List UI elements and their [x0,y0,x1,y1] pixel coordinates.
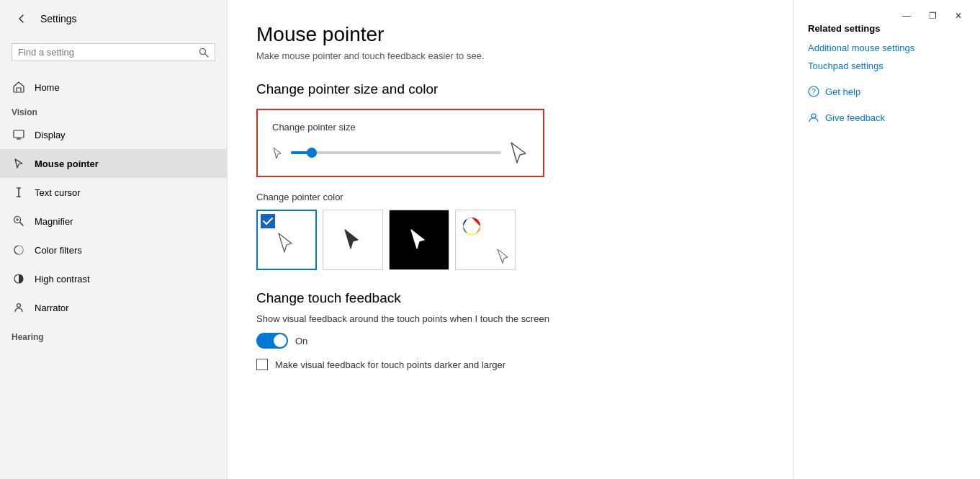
svg-point-14 [17,304,21,308]
color-options [256,210,764,270]
magnifier-icon [12,214,26,228]
sidebar-item-magnifier-label: Magnifier [35,216,73,227]
sidebar-item-display[interactable]: Display [0,120,227,149]
sidebar-item-narrator[interactable]: Narrator [0,293,227,322]
sidebar-title: Settings [40,13,77,24]
inverted-cursor-icon [409,228,429,252]
color-option-custom[interactable] [455,210,516,270]
section-heading-pointer: Change pointer size and color [256,81,764,97]
search-icon [199,48,209,58]
sidebar-header: Settings [0,0,227,37]
checkbox-row: Make visual feedback for touch points da… [256,359,764,370]
back-button[interactable] [12,9,32,29]
sidebar-item-mouse-pointer-label: Mouse pointer [35,158,99,169]
high-contrast-icon [12,272,26,286]
color-wheel-icon [460,215,483,238]
sidebar: Settings Home Vision Display [0,0,228,479]
page-subtitle: Make mouse pointer and touch feedback ea… [256,50,764,61]
sidebar-item-high-contrast[interactable]: High contrast [0,264,227,293]
checkmark-icon [261,214,275,228]
pointer-size-label: Change pointer size [272,122,529,133]
sidebar-item-home[interactable]: Home [0,73,227,102]
touchpad-settings-link[interactable]: Touchpad settings [808,61,966,71]
sidebar-item-color-filters[interactable]: Color filters [0,236,227,264]
sidebar-item-mouse-pointer[interactable]: Mouse pointer [0,149,227,178]
get-help-link[interactable]: Get help [825,86,860,97]
hearing-section-label: Hearing [0,322,227,345]
window-controls: — ❐ ✕ [896,6,968,26]
mouse-pointer-icon [12,156,26,171]
svg-point-17 [467,222,476,230]
cursor-large-icon [510,141,529,164]
give-feedback-icon [808,112,819,123]
sidebar-item-text-cursor-label: Text cursor [35,187,81,198]
custom-cursor-icon [496,248,511,265]
slider-row [272,141,529,164]
svg-line-9 [20,223,24,226]
color-option-inverted[interactable] [389,210,449,270]
color-option-white[interactable] [256,210,317,270]
text-cursor-icon [12,185,26,200]
color-option-black[interactable] [323,210,383,270]
slider-thumb [307,148,317,158]
black-cursor-icon [343,228,363,252]
sidebar-item-magnifier[interactable]: Magnifier [0,207,227,236]
checkbox-label: Make visual feedback for touch points da… [275,359,505,370]
darker-feedback-checkbox[interactable] [256,359,268,370]
touch-toggle[interactable] [256,333,288,349]
svg-point-20 [812,114,816,118]
page-title: Mouse pointer [256,23,764,46]
touch-toggle-row: On [256,333,764,349]
vision-section-label: Vision [0,102,227,120]
close-button[interactable]: ✕ [948,6,968,26]
toggle-thumb [274,334,287,347]
right-panel: Related settings Additional mouse settin… [793,0,980,479]
give-feedback-row[interactable]: Give feedback [808,112,966,123]
give-feedback-link[interactable]: Give feedback [825,112,885,123]
sidebar-item-home-label: Home [35,82,60,93]
get-help-icon: ? [808,86,819,97]
additional-mouse-settings-link[interactable]: Additional mouse settings [808,42,966,53]
sidebar-item-narrator-label: Narrator [35,303,69,313]
slider-track[interactable] [291,151,501,154]
svg-rect-2 [14,130,24,138]
minimize-button[interactable]: — [896,6,917,26]
back-icon [17,14,26,23]
sidebar-item-high-contrast-label: High contrast [35,274,90,285]
toggle-label: On [295,336,307,346]
search-input[interactable] [18,47,194,58]
search-box[interactable] [12,43,215,61]
sidebar-item-text-cursor[interactable]: Text cursor [0,178,227,207]
display-icon [12,127,26,142]
touch-desc: Show visual feedback around the touch po… [256,313,764,324]
color-filters-icon [12,243,26,257]
restore-button[interactable]: ❐ [922,6,943,26]
cursor-small-icon [272,146,282,159]
pointer-color-label: Change pointer color [256,192,764,202]
pointer-size-box: Change pointer size [256,109,544,177]
svg-text:?: ? [812,88,816,96]
white-cursor-icon [277,231,297,256]
main-content: Mouse pointer Make mouse pointer and tou… [228,0,793,479]
sidebar-item-display-label: Display [35,130,66,140]
sidebar-item-color-filters-label: Color filters [35,245,82,256]
svg-line-1 [205,53,209,57]
get-help-row[interactable]: ? Get help [808,86,966,97]
touch-feedback-heading: Change touch feedback [256,290,764,306]
home-icon [12,80,26,94]
narrator-icon [12,300,26,315]
